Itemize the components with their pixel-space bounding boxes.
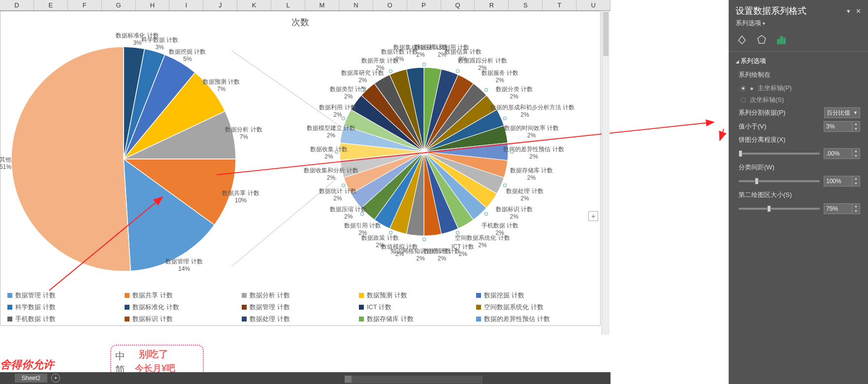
column-header[interactable]: N [339,0,373,10]
sheet-tab-bar: Sheet2 + [0,372,611,384]
column-header[interactable]: T [543,0,577,10]
chart-container[interactable]: 次数 数据标准化 计数3%科学数据 计数3%数据挖掘 计数5%数据预测 计数7%… [0,11,601,326]
pie-slice-label: 数据管理 计数14% [157,258,211,273]
legend-item[interactable]: 数据管理 计数 [242,303,359,312]
selection-handle[interactable] [456,69,459,73]
scroll-left-icon[interactable] [345,376,352,383]
column-header[interactable]: J [203,0,237,10]
legend-item[interactable]: ICT 计数 [359,303,476,312]
horizontal-scrollbar[interactable] [345,376,482,384]
column-header[interactable]: S [509,0,543,10]
pie-slice-label: 数据集成和分析 计数2% [386,44,455,59]
pane-title: 设置数据系列格式 [736,5,806,17]
pie-slice-label: 数据共享 计数10% [214,190,268,204]
series-options-icon[interactable] [775,33,788,46]
value-less-than-label: 值小于(V) [739,122,766,131]
pie-slice-label: 数据利用 计数2% [303,104,372,119]
selection-handle[interactable] [484,212,488,216]
fill-outline-icon[interactable] [736,33,748,46]
legend-item[interactable]: 数据预测 计数 [359,291,476,300]
pie-slice-label: 数据挖掘 计数5% [161,48,215,63]
svg-rect-7 [783,38,785,44]
second-plot-size-slider[interactable] [739,208,820,210]
column-header[interactable]: R [475,0,509,10]
chart-title: 次数 [0,16,600,28]
second-plot-size-spinner[interactable]: ▲▼ [824,203,860,214]
pane-subtitle[interactable]: 系列选项 [729,19,868,32]
plot-on-label: 系列绘制在 [739,70,858,79]
pie-slice-label: 数据统计 计数2% [303,188,372,202]
column-header[interactable]: O [373,0,407,10]
legend-item[interactable]: 数据处理 计数 [242,315,359,323]
gap-width-spinner[interactable]: ▲▼ [824,176,860,187]
selection-handle[interactable] [342,117,345,120]
selection-handle[interactable] [510,150,514,154]
column-header[interactable]: U [577,0,611,10]
chart-element-add-button[interactable]: + [588,211,598,221]
column-header[interactable]: H [136,0,170,10]
legend-item[interactable]: 数据存储库 计数 [359,315,476,323]
add-sheet-button[interactable]: + [51,374,60,383]
legend-item[interactable]: 数据挖掘 计数 [476,291,593,300]
column-header[interactable]: G [102,0,136,10]
selection-handle[interactable] [360,212,364,216]
primary-axis-radio: ● 主坐标轴(P) [729,82,868,94]
legend-item[interactable]: 空间数据系统化 计数 [476,303,593,312]
legend-item[interactable]: 数据标准化 计数 [125,303,242,312]
legend-item[interactable]: 科学数据 计数 [7,303,125,312]
pie-slice-label: 数据的时间效率 计数2% [497,125,566,139]
legend-item[interactable]: 手机数据 计数 [7,315,125,323]
column-header[interactable]: I [169,0,203,10]
pie-slice-label: 数据处理 计数2% [490,188,559,202]
value-less-than-spinner[interactable]: ▲▼ [824,121,860,132]
column-header[interactable]: Q [441,0,475,10]
section-series-options[interactable]: 系列选项 [729,52,868,68]
legend-item[interactable]: 数据管理 计数 [7,291,125,300]
selection-handle[interactable] [335,150,338,154]
legend-item[interactable]: 数据标识 计数 [125,315,242,323]
second-plot-size-label: 第二绘图区大小(S) [739,191,858,199]
gap-width-label: 分类间距(W) [739,163,858,172]
effects-icon[interactable] [755,33,768,46]
legend-item[interactable]: 数据分析 计数 [242,291,359,300]
column-header[interactable]: P [407,0,441,10]
column-header[interactable]: M [305,0,339,10]
pie-slice-label: 数据模型建立 计数2% [297,125,366,139]
svg-rect-6 [780,36,782,44]
explosion-spinner[interactable]: ▲▼ [824,148,860,159]
pie-slice-label: 数据服务 计数2% [465,69,534,84]
column-header[interactable]: L [271,0,305,10]
column-header[interactable]: E [34,0,68,10]
split-by-combo[interactable]: 百分比值▼ [824,107,860,118]
legend-item[interactable]: 数据的差异性预估 计数 [476,315,593,323]
watermark-text: 舍得你允许 [0,357,54,372]
gap-width-slider[interactable] [739,180,820,182]
svg-rect-5 [777,39,779,44]
pie-slice-label: 数据存储库 计数2% [497,167,566,182]
selection-handle[interactable] [389,69,392,73]
chart-legend: 数据管理 计数数据共享 计数数据分析 计数数据预测 计数数据挖掘 计数科学数据 … [7,291,593,323]
pie-slice-label: 数据收集和分析 计数2% [297,167,366,182]
column-header[interactable]: D [0,0,34,10]
vertical-scrollbar[interactable] [602,11,610,335]
split-by-label: 系列分割依据(P) [739,108,785,117]
legend-item[interactable]: 数据共享 计数 [125,291,242,300]
pie-slice-label: 数据分类 计数2% [480,86,548,100]
explosion-slider[interactable] [739,153,820,155]
pie-slice-label: 数据的形成和初步分析方法 计数2% [490,104,559,119]
pie-slice-label: 数据政策 计数2% [346,234,415,249]
selection-handle[interactable] [422,63,426,66]
selection-handle[interactable] [342,184,345,187]
selection-handle[interactable] [484,88,488,92]
pie-slice-label: 数据预测 计数7% [194,78,249,93]
sheet-tab-active[interactable]: Sheet2 [15,374,47,383]
pane-close-button[interactable]: ▾ ✕ [847,7,861,15]
pie-slice-label: 数据分析 计数7% [217,126,271,141]
pie-slice-label: 数据库研究 计数2% [328,69,397,84]
main-pie-chart[interactable] [5,41,242,277]
column-header[interactable]: F [68,0,102,10]
selection-handle[interactable] [422,238,426,241]
secondary-axis-radio: 次坐标轴(S) [729,94,868,106]
format-data-series-pane: 设置数据系列格式 ▾ ✕ 系列选项 系列选项 系列绘制在 ● 主坐标轴(P) 次… [729,0,868,384]
column-header[interactable]: K [237,0,271,10]
